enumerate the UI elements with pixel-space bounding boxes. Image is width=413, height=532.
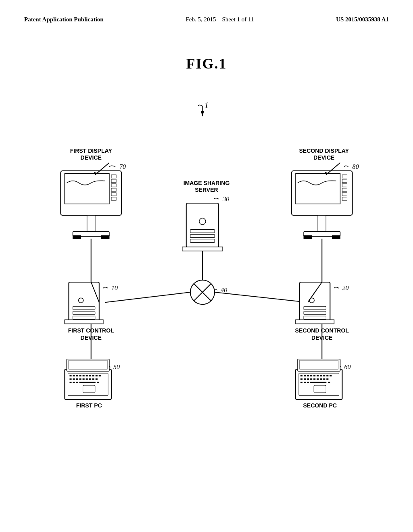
svg-rect-6: [111, 175, 116, 178]
svg-rect-111: [328, 382, 330, 383]
svg-rect-36: [99, 375, 101, 376]
ref-70: 70: [119, 163, 126, 170]
svg-rect-55: [190, 234, 215, 237]
svg-rect-98: [300, 378, 302, 380]
svg-rect-31: [83, 375, 85, 376]
second-server-body: [300, 282, 330, 320]
svg-rect-57: [182, 247, 223, 251]
svg-rect-71: [342, 193, 347, 196]
svg-rect-94: [320, 375, 322, 376]
svg-rect-45: [96, 378, 98, 380]
svg-line-62: [215, 292, 308, 302]
svg-rect-110: [310, 382, 326, 383]
svg-rect-25: [69, 360, 107, 369]
svg-rect-39: [76, 378, 78, 380]
svg-rect-40: [79, 378, 81, 380]
svg-rect-90: [307, 375, 309, 376]
ref-20: 20: [342, 285, 348, 291]
svg-rect-3: [65, 174, 109, 204]
svg-rect-93: [317, 375, 319, 376]
svg-rect-56: [190, 239, 215, 242]
ref-80: 80: [353, 163, 359, 170]
svg-rect-18: [73, 306, 95, 310]
svg-rect-112: [314, 385, 326, 393]
svg-rect-10: [111, 193, 116, 196]
svg-rect-34: [92, 375, 94, 376]
svg-rect-9: [111, 188, 116, 191]
svg-rect-96: [326, 375, 328, 376]
ref-60: 60: [344, 364, 351, 370]
svg-marker-1: [201, 111, 204, 116]
svg-text:DEVICE: DEVICE: [313, 154, 334, 161]
svg-rect-44: [92, 378, 94, 380]
svg-rect-20: [73, 316, 95, 319]
svg-rect-80: [304, 311, 326, 314]
svg-rect-101: [310, 378, 312, 380]
diagram-svg: 1 FIRST DISPLAY DEVICE 70: [24, 81, 389, 492]
svg-rect-42: [86, 378, 88, 380]
svg-rect-27: [69, 375, 71, 376]
svg-rect-41: [83, 378, 85, 380]
svg-rect-104: [320, 378, 322, 380]
svg-rect-64: [296, 174, 340, 204]
svg-rect-100: [307, 378, 309, 380]
svg-rect-75: [304, 235, 312, 239]
svg-rect-67: [342, 175, 347, 178]
svg-rect-103: [317, 378, 319, 380]
first-pc-label: FIRST PC: [76, 402, 102, 409]
ref-10: 10: [111, 285, 118, 291]
svg-rect-51: [83, 385, 95, 393]
svg-rect-92: [313, 375, 315, 376]
ref-1: 1: [204, 101, 209, 110]
svg-rect-14: [73, 235, 81, 239]
svg-text:SERVER: SERVER: [195, 187, 218, 193]
svg-rect-88: [300, 375, 302, 376]
svg-rect-48: [76, 382, 78, 383]
svg-rect-91: [310, 375, 312, 376]
svg-rect-73: [318, 215, 326, 231]
svg-rect-82: [296, 320, 334, 324]
diagram-area: 1 FIRST DISPLAY DEVICE 70: [24, 81, 389, 492]
svg-rect-49: [79, 382, 96, 383]
svg-rect-32: [86, 375, 88, 376]
svg-rect-81: [304, 316, 326, 319]
svg-point-17: [79, 298, 83, 303]
svg-rect-15: [101, 235, 109, 239]
svg-rect-89: [304, 375, 306, 376]
svg-rect-95: [323, 375, 325, 376]
svg-line-61: [105, 292, 190, 302]
svg-rect-33: [89, 375, 91, 376]
ref-50: 50: [113, 364, 120, 370]
svg-rect-19: [73, 311, 95, 314]
second-pc-label: SECOND PC: [303, 402, 337, 409]
svg-rect-86: [300, 360, 338, 369]
svg-rect-108: [304, 382, 306, 383]
svg-rect-38: [73, 378, 75, 380]
figure-title: FIG.1: [0, 55, 413, 72]
svg-text:DEVICE: DEVICE: [81, 154, 102, 161]
svg-rect-7: [111, 179, 116, 183]
svg-rect-102: [313, 378, 315, 380]
svg-rect-37: [69, 378, 71, 380]
svg-rect-105: [323, 378, 325, 380]
svg-rect-21: [65, 320, 103, 324]
svg-rect-8: [111, 184, 116, 187]
svg-point-53: [199, 218, 206, 224]
svg-rect-109: [307, 382, 309, 383]
ref-30: 30: [222, 195, 229, 202]
header-center: Feb. 5, 2015 Sheet 1 of 11: [186, 16, 254, 23]
svg-rect-12: [87, 215, 95, 231]
svg-rect-50: [97, 382, 99, 383]
svg-rect-30: [79, 375, 81, 376]
svg-rect-72: [342, 197, 347, 200]
svg-rect-107: [300, 382, 302, 383]
svg-rect-47: [73, 382, 75, 383]
svg-rect-97: [330, 375, 332, 376]
svg-rect-35: [96, 375, 98, 376]
svg-rect-11: [111, 197, 116, 200]
svg-rect-43: [89, 378, 91, 380]
svg-rect-69: [342, 184, 347, 187]
svg-rect-68: [342, 179, 347, 183]
svg-rect-70: [342, 188, 347, 191]
header-left: Patent Application Publication: [24, 16, 104, 23]
